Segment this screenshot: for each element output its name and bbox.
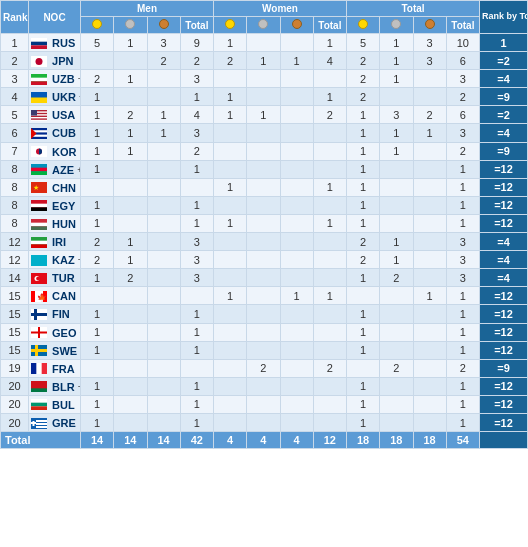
total-gold (347, 359, 380, 377)
table-row: 15 SWE 1 1 1 1 =12 (1, 341, 528, 359)
rank-by-total-cell: =9 (480, 142, 528, 160)
men-gold: 1 (81, 88, 114, 106)
rank-cell: 20 (1, 395, 29, 413)
women-total: 2 (313, 106, 346, 124)
men-total (180, 287, 213, 305)
noc-code: EGY (52, 200, 75, 212)
total-gold: 5 (347, 34, 380, 52)
noc-cell: KOR (29, 142, 81, 160)
total-bronze (413, 269, 446, 287)
women-total (313, 142, 346, 160)
table-row: 3 UZB + 2 1 3 2 1 3 =4 (1, 70, 528, 88)
men-silver: 1 (114, 251, 147, 269)
noc-cell: 🍁 CAN (29, 287, 81, 305)
men-total: 3 (180, 251, 213, 269)
rank-cell: 8 (1, 196, 29, 214)
men-silver (114, 305, 147, 323)
rank-header: Rank (1, 1, 29, 34)
total-gold: 1 (347, 142, 380, 160)
total-total-silver: 18 (380, 432, 413, 449)
men-total: 9 (180, 34, 213, 52)
country-flag (31, 56, 47, 67)
men-bronze (147, 178, 180, 196)
svg-text:★: ★ (33, 184, 39, 191)
men-gold (81, 287, 114, 305)
men-bronze (147, 395, 180, 413)
total-bronze (413, 178, 446, 196)
women-gold: 1 (214, 214, 247, 232)
total-gold: 2 (347, 70, 380, 88)
table-row: 15 GEO + 1 1 1 1 =12 (1, 323, 528, 341)
women-gold: 2 (214, 52, 247, 70)
women-silver (247, 70, 280, 88)
men-silver-header (114, 17, 147, 34)
men-total (180, 178, 213, 196)
noc-code: TUR (52, 272, 75, 284)
women-silver (247, 34, 280, 52)
women-bronze (280, 233, 313, 251)
rank-by-total-cell: =12 (480, 341, 528, 359)
svg-rect-1 (31, 41, 47, 45)
country-flag (31, 381, 47, 392)
total-total: 1 (446, 160, 479, 178)
men-gold: 1 (81, 160, 114, 178)
svg-rect-6 (31, 77, 47, 81)
gold-medal-icon (358, 19, 368, 29)
rank-by-total-cell: =4 (480, 233, 528, 251)
total-total: 3 (446, 70, 479, 88)
rank-cell: 15 (1, 323, 29, 341)
women-silver (247, 214, 280, 232)
total-silver: 1 (380, 142, 413, 160)
women-total (313, 233, 346, 251)
noc-cell: SWE (29, 341, 81, 359)
noc-header: NOC (29, 1, 81, 34)
men-silver (114, 359, 147, 377)
men-silver (114, 196, 147, 214)
men-gold: 2 (81, 233, 114, 251)
men-silver: 2 (114, 106, 147, 124)
total-silver (380, 305, 413, 323)
total-total: 1 (446, 196, 479, 214)
women-silver (247, 178, 280, 196)
total-silver: 1 (380, 233, 413, 251)
noc-code: SWE (52, 345, 77, 357)
country-flag (31, 164, 47, 175)
total-silver: 3 (380, 106, 413, 124)
women-total: 1 (313, 214, 346, 232)
total-gold: 1 (347, 124, 380, 142)
noc-cell: UZB + (29, 70, 81, 88)
women-total (313, 160, 346, 178)
rank-cell: 15 (1, 341, 29, 359)
total-silver (380, 88, 413, 106)
women-gold-header (214, 17, 247, 34)
men-gold: 1 (81, 341, 114, 359)
men-silver (114, 287, 147, 305)
men-total: 1 (180, 413, 213, 431)
header-top-row: Rank NOC Men Women Total Rank by Total (1, 1, 528, 17)
rank-cell: 8 (1, 214, 29, 232)
noc-cell: JPN (29, 52, 81, 70)
country-flag (31, 74, 47, 85)
rank-cell: 20 (1, 413, 29, 431)
total-total: 1 (446, 377, 479, 395)
total-gold: 2 (347, 52, 380, 70)
noc-code: USA (52, 109, 75, 121)
table-row: 12 KAZ + 2 1 3 2 1 3 =4 (1, 251, 528, 269)
total-gold: 1 (347, 395, 380, 413)
men-silver (114, 377, 147, 395)
total-total: 3 (446, 251, 479, 269)
men-total: 1 (180, 395, 213, 413)
total-total: 2 (446, 359, 479, 377)
women-gold (214, 160, 247, 178)
total-label: Total (1, 432, 81, 449)
total-silver (380, 323, 413, 341)
noc-cell: BLR + (29, 377, 81, 395)
women-silver (247, 160, 280, 178)
total-bronze (413, 359, 446, 377)
total-bronze (413, 88, 446, 106)
total-gold: 2 (347, 251, 380, 269)
total-gold: 1 (347, 178, 380, 196)
men-silver (114, 395, 147, 413)
women-total (313, 196, 346, 214)
women-gold: 1 (214, 106, 247, 124)
